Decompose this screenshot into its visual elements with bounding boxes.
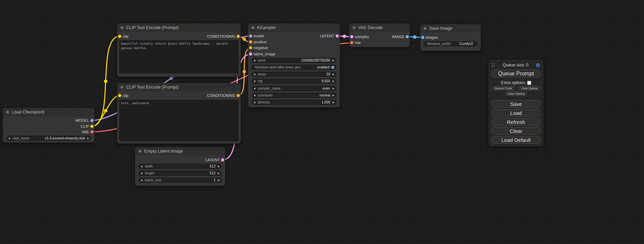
increment-arrow-icon[interactable]: [333, 60, 334, 62]
toggle-on-icon[interactable]: [331, 66, 334, 69]
steps-widget[interactable]: steps 20: [252, 72, 336, 77]
input-dot-images-icon[interactable]: [421, 36, 424, 39]
increment-arrow-icon[interactable]: [218, 172, 220, 174]
width-widget[interactable]: width 512: [139, 164, 222, 169]
node-collapse-dot-icon[interactable]: [251, 26, 255, 29]
input-dot-samples-icon[interactable]: [350, 35, 353, 38]
node-title-bar[interactable]: VAE Decode: [349, 24, 410, 32]
output-dot-latent-icon[interactable]: [336, 34, 339, 37]
output-slot-conditioning: CONDITIONING: [207, 34, 241, 38]
output-dot-vae-icon[interactable]: [90, 130, 94, 133]
node-collapse-dot-icon[interactable]: [423, 27, 427, 30]
node-load-checkpoint[interactable]: Load Checkpoint MODEL CLIP VAE ckpt_name…: [3, 108, 95, 143]
seed-widget[interactable]: seed 156680208700286: [252, 58, 336, 63]
load-button[interactable]: Load: [492, 109, 540, 117]
node-title-bar[interactable]: KSampler: [248, 24, 340, 32]
batch-size-widget[interactable]: batch_size 1: [139, 178, 222, 183]
decrement-arrow-icon[interactable]: [254, 88, 255, 90]
filename-prefix-widget[interactable]: filename_prefix ComfyUI: [424, 41, 477, 46]
node-title: CLIP Text Encode (Prompt): [126, 85, 179, 90]
increment-arrow-icon[interactable]: [333, 88, 334, 90]
node-title: Save Image: [429, 26, 452, 31]
graph-canvas[interactable]: Load Checkpoint MODEL CLIP VAE ckpt_name…: [0, 0, 644, 244]
queue-front-button[interactable]: Queue Front: [492, 86, 515, 90]
node-clip-text-encode-negative[interactable]: CLIP Text Encode (Prompt) clip CONDITION…: [117, 83, 241, 144]
queue-prompt-button[interactable]: Queue Prompt: [492, 70, 540, 78]
node-save-image[interactable]: Save Image images filename_prefix ComfyU…: [420, 24, 481, 51]
node-collapse-dot-icon[interactable]: [120, 85, 124, 89]
node-title-bar[interactable]: CLIP Text Encode (Prompt): [117, 83, 241, 91]
node-title-bar[interactable]: Empty Latent Image: [135, 147, 225, 155]
slot-label: CONDITIONING: [207, 34, 235, 38]
decrement-arrow-icon[interactable]: [254, 94, 255, 97]
slot-label: samples: [355, 35, 369, 39]
output-slot-vae: VAE: [82, 129, 95, 134]
node-collapse-dot-icon[interactable]: [352, 26, 356, 29]
output-dot-model-icon[interactable]: [90, 119, 94, 122]
decrement-arrow-icon[interactable]: [8, 137, 10, 139]
clear-button[interactable]: Clear: [492, 127, 540, 135]
increment-arrow-icon[interactable]: [333, 94, 334, 97]
refresh-button[interactable]: Refresh: [492, 118, 540, 126]
menu-drag-handle-icon[interactable]: [492, 63, 495, 68]
prompt-textarea[interactable]: text, watermark: [119, 100, 239, 141]
extra-options-checkbox[interactable]: [527, 81, 531, 85]
input-dot-latent-image-icon[interactable]: [249, 52, 252, 55]
prompt-textarea[interactable]: beautiful scenery nature glass bottle la…: [119, 40, 239, 73]
increment-arrow-icon[interactable]: [218, 179, 220, 181]
node-vae-decode[interactable]: VAE Decode samples vae IMAGE: [349, 24, 410, 47]
node-empty-latent-image[interactable]: Empty Latent Image LATENT width 512 heig…: [135, 147, 225, 186]
node-title-bar[interactable]: Save Image: [420, 24, 481, 33]
decrement-arrow-icon[interactable]: [254, 80, 255, 82]
decrement-arrow-icon[interactable]: [141, 179, 142, 181]
save-button[interactable]: Save: [492, 100, 540, 108]
node-clip-text-encode-positive[interactable]: CLIP Text Encode (Prompt) clip CONDITION…: [117, 24, 241, 77]
input-dot-positive-icon[interactable]: [249, 40, 252, 43]
input-slot-vae: vae: [349, 40, 361, 45]
node-collapse-dot-icon[interactable]: [120, 26, 124, 29]
view-history-button[interactable]: View History: [505, 91, 527, 96]
input-dot-vae-icon[interactable]: [350, 41, 353, 44]
increment-arrow-icon[interactable]: [87, 137, 89, 139]
decrement-arrow-icon[interactable]: [254, 73, 255, 75]
increment-arrow-icon[interactable]: [333, 80, 334, 82]
output-dot-conditioning-icon[interactable]: [237, 94, 240, 97]
slot-label: model: [254, 34, 264, 38]
input-dot-clip-icon[interactable]: [118, 35, 121, 38]
decrement-arrow-icon[interactable]: [254, 60, 255, 62]
output-dot-latent-icon[interactable]: [221, 158, 224, 161]
input-dot-clip-icon[interactable]: [118, 94, 121, 97]
wire-dot-latent-ksampler: [343, 35, 346, 38]
increment-arrow-icon[interactable]: [333, 73, 334, 75]
scheduler-widget[interactable]: scheduler normal: [252, 93, 336, 98]
node-title-bar[interactable]: CLIP Text Encode (Prompt): [117, 24, 241, 32]
output-dot-clip-icon[interactable]: [90, 125, 94, 128]
sampler-name-widget[interactable]: sampler_name euler: [252, 86, 336, 91]
height-widget[interactable]: height 512: [139, 171, 222, 176]
output-dot-conditioning-icon[interactable]: [237, 35, 240, 38]
extra-options-label: Extra options: [501, 80, 525, 85]
node-collapse-dot-icon[interactable]: [138, 150, 142, 153]
node-title-bar[interactable]: Load Checkpoint: [3, 108, 95, 116]
node-collapse-dot-icon[interactable]: [6, 110, 9, 114]
increment-arrow-icon[interactable]: [218, 165, 220, 168]
random-seed-toggle-widget[interactable]: Random seed after every gen enabled: [252, 65, 336, 70]
widget-label: sampler_name: [258, 87, 281, 90]
cfg-widget[interactable]: cfg 8.000: [252, 79, 336, 84]
input-slot-clip: clip: [117, 93, 129, 98]
input-dot-negative-icon[interactable]: [249, 46, 252, 49]
view-queue-button[interactable]: View Queue: [518, 86, 541, 90]
slot-label: MODEL: [76, 118, 89, 123]
input-dot-model-icon[interactable]: [249, 34, 252, 37]
load-default-button[interactable]: Load Default: [492, 136, 540, 144]
ckpt-name-widget[interactable]: ckpt_name v1-5-pruned-emaonly.ckpt: [6, 136, 91, 141]
decrement-arrow-icon[interactable]: [141, 172, 142, 174]
denoise-widget[interactable]: denoise 1.000: [252, 100, 336, 105]
node-ksampler[interactable]: KSampler model positive negative latent_…: [248, 24, 340, 107]
input-slot-model: model: [248, 34, 264, 38]
decrement-arrow-icon[interactable]: [141, 165, 142, 168]
output-dot-image-icon[interactable]: [406, 35, 409, 38]
decrement-arrow-icon[interactable]: [254, 101, 255, 103]
settings-gear-icon[interactable]: ⚙: [536, 63, 540, 68]
increment-arrow-icon[interactable]: [333, 101, 334, 103]
